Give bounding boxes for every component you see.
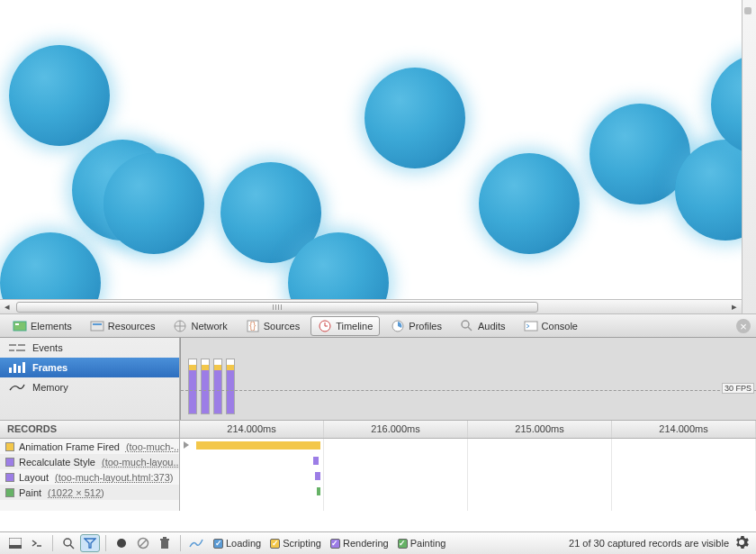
svg-text:{}: {} [249,320,256,331]
svg-rect-18 [9,368,12,373]
svg-rect-1 [15,323,19,325]
horizontal-scrollbar[interactable]: ◂ ▸ [0,299,742,313]
scrollbar-thumb[interactable] [16,302,538,313]
tab-elements[interactable]: Elements [5,316,79,336]
console-drawer-icon[interactable] [27,534,47,552]
frame-bar[interactable] [226,359,235,414]
record-bar[interactable] [315,472,320,480]
record-name: Layout [19,472,49,483]
frames-view-icon[interactable] [186,534,206,552]
memory-icon [9,382,25,393]
time-column-header: 214.000ms [180,421,324,438]
sidebar-item-memory[interactable]: Memory [0,377,179,397]
legend-label: Rendering [343,538,389,549]
svg-rect-30 [161,540,168,549]
tab-label: Audits [478,321,506,331]
tab-label: Resources [108,321,156,331]
vertical-scrollbar[interactable] [742,0,756,313]
tab-network[interactable]: Network [166,316,234,336]
expand-icon[interactable] [184,441,189,449]
legend-rendering[interactable]: ✓Rendering [330,538,389,549]
record-source-link[interactable]: (too-much-layout.html:373) [55,472,173,483]
checkbox-icon: ✓ [213,539,223,549]
legend: ✓Loading✓Scripting✓Rendering✓Painting [213,538,446,549]
tab-label: Console [542,321,578,331]
record-name: Animation Frame Fired [19,441,120,452]
record-row[interactable]: Recalculate Style (too-much-layou... [0,454,179,469]
scroll-right-arrow[interactable]: ▸ [727,300,742,314]
clear-icon[interactable] [133,534,153,552]
record-icon[interactable] [112,534,131,552]
ball [9,45,110,146]
close-icon[interactable]: × [736,319,751,333]
audits-icon [460,319,474,333]
svg-rect-0 [14,322,26,331]
timeline-panel: EventsFramesMemory 30 FPS [0,338,756,421]
record-swatch [5,488,14,497]
record-row[interactable]: Animation Frame Fired (too-much-... [0,439,179,454]
checkbox-icon: ✓ [398,539,408,549]
sources-icon: {} [246,319,260,333]
record-swatch [5,442,14,451]
frame-bar[interactable] [201,359,210,414]
svg-rect-20 [18,366,21,373]
filter-icon[interactable] [80,534,100,552]
frame-bar[interactable] [213,359,222,414]
records-header: RECORDS 214.000ms216.000ms215.000ms214.0… [0,421,756,439]
svg-point-11 [462,321,469,328]
legend-scripting[interactable]: ✓Scripting [270,538,321,549]
fps-label: 30 FPS [722,383,754,394]
legend-label: Loading [226,538,261,549]
search-icon[interactable] [58,534,78,552]
frames-overview-chart[interactable]: 30 FPS [180,338,756,420]
tab-sources[interactable]: {}Sources [238,316,307,336]
resources-icon [90,319,104,333]
dock-icon[interactable] [5,534,25,552]
records-header-label: RECORDS [0,421,180,438]
tab-console[interactable]: Console [517,316,585,336]
record-bar[interactable] [196,441,320,450]
sidebar-item-events[interactable]: Events [0,338,179,358]
timeline-views-sidebar: EventsFramesMemory [0,338,180,420]
record-row[interactable]: Paint (1022 × 512) [0,485,179,500]
frames-icon [9,362,25,373]
frame-bar[interactable] [188,359,197,414]
legend-loading[interactable]: ✓Loading [213,538,261,549]
legend-painting[interactable]: ✓Painting [398,538,446,549]
record-name: Recalculate Style [19,457,95,468]
tab-resources[interactable]: Resources [83,316,163,336]
svg-rect-21 [22,362,25,373]
svg-rect-32 [163,537,166,539]
gear-icon[interactable] [734,535,751,551]
record-source-link[interactable]: (too-much-... [126,441,179,452]
profiles-icon [391,319,405,333]
ball [364,68,465,168]
record-source-link[interactable]: (too-much-layou... [102,457,179,468]
svg-rect-2 [91,322,104,331]
network-icon [173,319,187,333]
record-bars-area[interactable] [180,439,756,511]
record-row[interactable]: Layout (too-much-layout.html:373) [0,469,179,485]
tab-profiles[interactable]: Profiles [383,316,449,336]
tab-timeline[interactable]: Timeline [310,316,380,336]
tab-audits[interactable]: Audits [453,316,513,336]
svg-line-29 [140,540,147,547]
record-bar[interactable] [317,487,320,495]
time-column-header: 214.000ms [612,421,756,438]
record-bar[interactable] [313,457,319,465]
sidebar-item-frames[interactable]: Frames [0,358,179,377]
garbage-collect-icon[interactable] [155,534,175,552]
tab-label: Timeline [336,321,373,331]
page-viewport: ◂ ▸ [0,0,756,313]
sidebar-item-label: Events [32,342,63,353]
legend-label: Scripting [283,538,321,549]
sidebar-item-label: Memory [32,382,68,393]
scroll-left-arrow[interactable]: ◂ [0,300,14,314]
console-icon [524,319,538,333]
time-column-header: 216.000ms [324,421,468,438]
record-source-link[interactable]: (1022 × 512) [48,487,104,498]
time-column-header: 215.000ms [468,421,612,438]
legend-label: Painting [410,538,446,549]
svg-point-27 [117,539,126,548]
svg-rect-23 [9,545,22,549]
